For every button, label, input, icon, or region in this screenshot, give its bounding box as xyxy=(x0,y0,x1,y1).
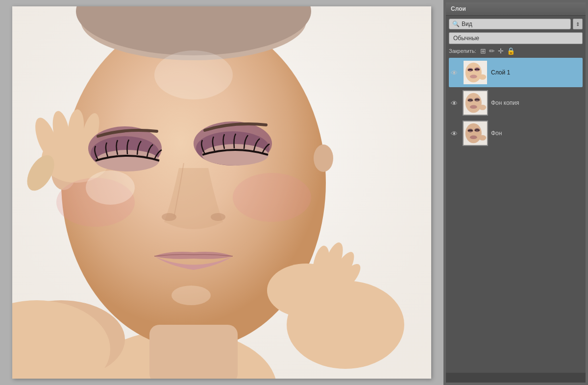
svg-point-35 xyxy=(86,170,135,205)
layer-thumbnail-2 xyxy=(463,120,488,146)
svg-point-11 xyxy=(314,144,333,172)
lock-grid-icon[interactable]: ⊞ xyxy=(480,47,486,55)
canvas-area xyxy=(0,0,443,385)
lock-icons: ⊞ ✏ ✛ 🔒 xyxy=(480,47,515,55)
svg-point-52 xyxy=(470,136,477,139)
svg-point-37 xyxy=(466,63,482,83)
layer-item-0[interactable]: 👁 Слой xyxy=(449,58,583,87)
layers-list: 👁 Слой xyxy=(449,58,583,370)
layer-item-1[interactable]: 👁 Фон копия xyxy=(449,88,583,118)
panel-bottom xyxy=(446,373,586,383)
lock-all-icon[interactable]: 🔒 xyxy=(507,47,515,55)
arrow-icon: ⇕ xyxy=(576,22,580,27)
panel-content: 🔍 Вид ⇕ Обычные Закрепить: ⊞ ✏ ✛ 🔒 xyxy=(446,16,586,373)
layer-visibility-icon-0[interactable]: 👁 xyxy=(451,69,460,76)
face-image xyxy=(12,6,431,379)
layer-visibility-icon-1[interactable]: 👁 xyxy=(451,99,460,106)
lock-label: Закрепить: xyxy=(449,48,476,54)
svg-point-34 xyxy=(154,50,233,99)
layer-thumbnail-0 xyxy=(463,60,488,85)
panel-title: Слои xyxy=(451,5,466,12)
svg-point-33 xyxy=(172,286,211,305)
lock-brush-icon[interactable]: ✏ xyxy=(489,47,495,55)
lock-move-icon[interactable]: ✛ xyxy=(498,47,504,55)
layer-name-0: Слой 1 xyxy=(491,69,510,76)
svg-point-49 xyxy=(466,123,482,144)
lock-row: Закрепить: ⊞ ✏ ✛ 🔒 xyxy=(449,47,583,55)
svg-point-40 xyxy=(470,75,477,78)
image-canvas xyxy=(12,6,431,379)
layer-name-1: Фон копия xyxy=(491,99,519,106)
svg-point-53 xyxy=(479,135,486,141)
layer-thumbnail-1 xyxy=(463,90,488,116)
filter-row: 🔍 Вид ⇕ xyxy=(449,19,583,29)
svg-point-46 xyxy=(470,105,477,109)
search-icon: 🔍 xyxy=(452,21,460,27)
filter-search-box[interactable]: 🔍 Вид xyxy=(449,19,571,29)
right-panel: Слои 🔍 Вид ⇕ Обычные Закрепить: ⊞ xyxy=(443,0,588,385)
svg-rect-9 xyxy=(149,325,238,379)
blend-mode-selector[interactable]: Обычные xyxy=(449,32,583,44)
svg-point-43 xyxy=(466,93,482,113)
layer-name-2: Фон xyxy=(491,130,502,137)
filter-label: Вид xyxy=(462,21,472,27)
svg-point-32 xyxy=(233,173,311,222)
layer-visibility-icon-2[interactable]: 👁 xyxy=(451,130,460,137)
filter-dropdown-arrow[interactable]: ⇕ xyxy=(573,19,583,29)
panel-header: Слои xyxy=(446,2,586,16)
layers-panel: Слои 🔍 Вид ⇕ Обычные Закрепить: ⊞ xyxy=(446,2,586,383)
layer-item-2[interactable]: 👁 Фон xyxy=(449,119,583,148)
svg-point-47 xyxy=(479,105,486,110)
svg-point-28 xyxy=(202,144,269,166)
svg-point-41 xyxy=(479,74,486,80)
svg-point-30 xyxy=(211,213,225,221)
